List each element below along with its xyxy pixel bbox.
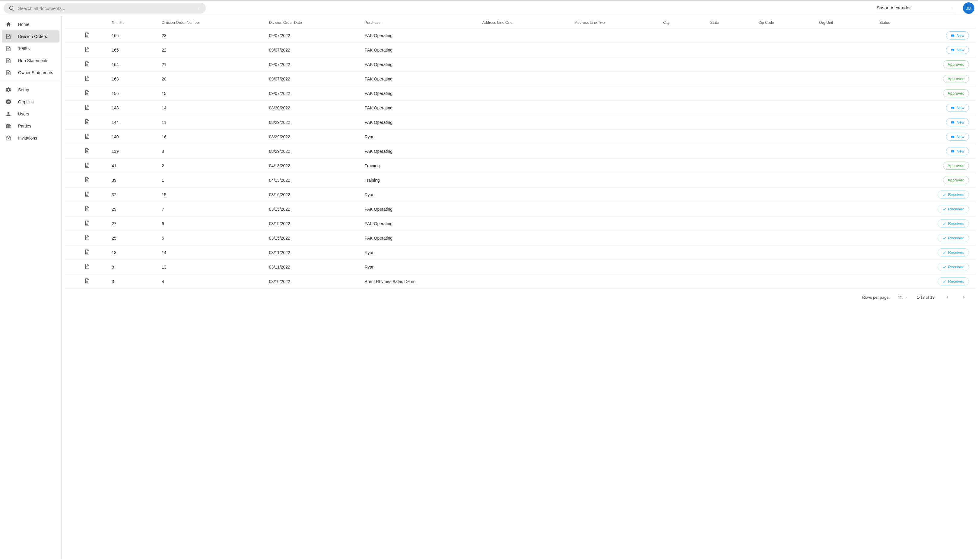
status-badge[interactable]: New <box>946 46 969 54</box>
user-selector[interactable]: Susan Alexander <box>876 4 955 12</box>
cell-status: New <box>877 28 976 43</box>
table-row[interactable]: 139808/29/2022PAK OperatingNew <box>65 144 976 158</box>
table-row[interactable]: 1441108/29/2022PAK OperatingNew <box>65 115 976 130</box>
status-badge[interactable]: Approved <box>943 60 969 68</box>
cell-empty <box>573 86 660 101</box>
status-label: Received <box>948 265 965 269</box>
status-badge[interactable]: Approved <box>943 75 969 83</box>
main-content: Doc # ↓Division Order NumberDivision Ord… <box>62 16 978 560</box>
svg-rect-16 <box>951 123 953 123</box>
status-badge[interactable]: Received <box>938 205 969 213</box>
table-row[interactable]: 1662309/07/2022PAK OperatingNew <box>65 28 976 43</box>
column-header-purchaser[interactable]: Purchaser <box>362 16 480 28</box>
cell-empty <box>573 72 660 86</box>
document-icon <box>65 217 109 231</box>
cell-empty <box>817 245 877 260</box>
table-row[interactable]: 1642109/07/2022PAK OperatingApproved <box>65 57 976 72</box>
next-page-button[interactable] <box>960 293 968 302</box>
table-row[interactable]: 1632009/07/2022PAK OperatingApproved <box>65 72 976 86</box>
column-header-zip[interactable]: Zip Code <box>756 16 817 28</box>
table-row[interactable]: 27603/15/2022PAK OperatingReceived <box>65 217 976 231</box>
cell-empty <box>480 72 573 86</box>
search-input[interactable] <box>3 3 206 13</box>
table-row[interactable]: 39104/13/2022TrainingApproved <box>65 173 976 187</box>
cell-empty <box>480 57 573 72</box>
cell-empty <box>708 217 756 231</box>
table-row[interactable]: 1652209/07/2022PAK OperatingNew <box>65 43 976 57</box>
cell-empty <box>756 217 817 231</box>
column-header-addr1[interactable]: Address Line One <box>480 16 573 28</box>
cell-empty <box>817 43 877 57</box>
sidebar-item-run-statements[interactable]: Run Statements <box>0 55 61 67</box>
status-badge[interactable]: Received <box>938 234 969 242</box>
building-icon <box>5 122 12 130</box>
cell-date: 03/15/2022 <box>267 231 362 245</box>
table-row[interactable]: 25503/15/2022PAK OperatingReceived <box>65 231 976 245</box>
column-header-date[interactable]: Division Order Date <box>267 16 362 28</box>
cell-date: 04/13/2022 <box>267 158 362 173</box>
status-badge[interactable]: Approved <box>943 162 969 170</box>
cell-don: 20 <box>159 72 267 86</box>
cell-empty <box>660 43 708 57</box>
status-badge[interactable]: New <box>946 31 969 40</box>
svg-rect-12 <box>951 50 953 51</box>
cell-empty <box>573 202 660 217</box>
column-header-addr2[interactable]: Address Line Two <box>573 16 660 28</box>
cell-empty <box>480 274 573 289</box>
status-badge[interactable]: New <box>946 118 969 126</box>
sidebar-item-1099s[interactable]: 1099s <box>0 42 61 55</box>
pagination: Rows per page: 25 1-18 of 18 <box>65 288 976 306</box>
status-badge[interactable]: Received <box>938 219 969 228</box>
table-row[interactable]: 131403/11/2022RyanReceived <box>65 245 976 260</box>
table-row[interactable]: 81303/11/2022RyanReceived <box>65 260 976 274</box>
column-header-city[interactable]: City <box>660 16 708 28</box>
sidebar-item-users[interactable]: Users <box>0 108 61 120</box>
sidebar-item-home[interactable]: Home <box>0 18 61 30</box>
column-header-don[interactable]: Division Order Number <box>159 16 267 28</box>
sidebar-item-parties[interactable]: Parties <box>0 120 61 132</box>
column-header-doc_num[interactable]: Doc # ↓ <box>109 16 159 28</box>
table-row[interactable]: 3403/10/2022Brent Rhymes Sales DemoRecei… <box>65 274 976 289</box>
status-badge[interactable]: New <box>946 104 969 112</box>
table-row[interactable]: 1561509/07/2022PAK OperatingApproved <box>65 86 976 101</box>
avatar[interactable]: JD <box>963 2 975 14</box>
svg-rect-10 <box>951 36 953 36</box>
column-header-status[interactable]: Status <box>877 16 976 28</box>
rows-per-page-select[interactable]: 25 <box>898 295 908 300</box>
document-icon <box>65 130 109 144</box>
status-badge[interactable]: Approved <box>943 89 969 97</box>
status-badge[interactable]: Approved <box>943 176 969 184</box>
document-icon <box>65 144 109 158</box>
table-row[interactable]: 1481408/30/2022PAK OperatingNew <box>65 101 976 115</box>
cell-empty <box>660 28 708 43</box>
column-header-state[interactable]: State <box>708 16 756 28</box>
cell-purchaser: Brent Rhymes Sales Demo <box>362 274 480 289</box>
cell-doc_num: 139 <box>109 144 159 158</box>
gear-icon <box>5 86 12 93</box>
status-badge[interactable]: New <box>946 147 969 155</box>
sidebar-item-owner-statements[interactable]: Owner Statements <box>0 67 61 79</box>
status-badge[interactable]: Received <box>938 263 969 271</box>
search-dropdown-icon[interactable] <box>197 6 201 10</box>
table-row[interactable]: 41204/13/2022TrainingApproved <box>65 158 976 173</box>
cell-empty <box>480 202 573 217</box>
column-header-org[interactable]: Org Unit <box>817 16 877 28</box>
table-row[interactable]: 321503/16/2022RyanReceived <box>65 187 976 202</box>
cell-empty <box>708 202 756 217</box>
cell-empty <box>573 158 660 173</box>
sidebar-item-org-unit[interactable]: Org Unit <box>0 96 61 108</box>
status-badge[interactable]: New <box>946 133 969 141</box>
sidebar-item-division-orders[interactable]: Division Orders <box>2 30 59 42</box>
status-badge[interactable]: Received <box>938 190 969 198</box>
cell-don: 21 <box>159 57 267 72</box>
cell-status: Received <box>877 187 976 202</box>
sidebar-item-setup[interactable]: Setup <box>0 84 61 96</box>
table-row[interactable]: 29703/15/2022PAK OperatingReceived <box>65 202 976 217</box>
doc-icon <box>5 57 12 64</box>
status-badge[interactable]: Received <box>938 248 969 257</box>
table-row[interactable]: 1401608/29/2022RyanNew <box>65 130 976 144</box>
status-badge[interactable]: Received <box>938 277 969 285</box>
sidebar-item-invitations[interactable]: Invitations <box>0 132 61 144</box>
cell-status: Received <box>877 245 976 260</box>
prev-page-button[interactable] <box>943 293 951 302</box>
